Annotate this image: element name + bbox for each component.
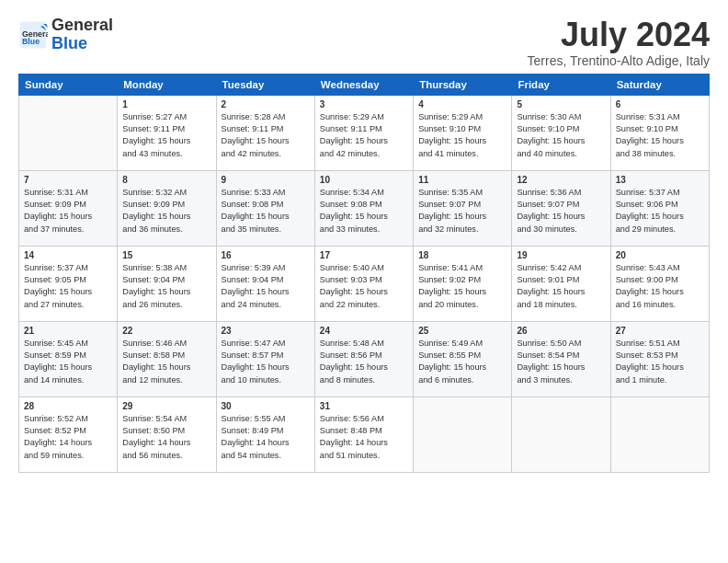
day-number: 21 <box>24 326 112 336</box>
cal-cell: 27Sunrise: 5:51 AM Sunset: 8:53 PM Dayli… <box>610 321 709 396</box>
day-info: Sunrise: 5:29 AM Sunset: 9:10 PM Dayligh… <box>418 111 506 160</box>
day-info: Sunrise: 5:48 AM Sunset: 8:56 PM Dayligh… <box>320 338 408 386</box>
month-title: July 2024 <box>528 17 710 53</box>
day-number: 14 <box>24 250 112 260</box>
day-number: 4 <box>418 99 506 109</box>
day-info: Sunrise: 5:31 AM Sunset: 9:10 PM Dayligh… <box>616 111 704 160</box>
header: General Blue General Blue July 2024 Terr… <box>18 17 710 68</box>
cal-cell: 15Sunrise: 5:38 AM Sunset: 9:04 PM Dayli… <box>118 246 216 321</box>
day-number: 15 <box>122 250 210 260</box>
cal-cell: 1Sunrise: 5:27 AM Sunset: 9:11 PM Daylig… <box>118 95 216 170</box>
cal-cell: 26Sunrise: 5:50 AM Sunset: 8:54 PM Dayli… <box>512 321 610 396</box>
day-info: Sunrise: 5:37 AM Sunset: 9:06 PM Dayligh… <box>616 187 704 236</box>
day-info: Sunrise: 5:33 AM Sunset: 9:08 PM Dayligh… <box>222 187 310 236</box>
day-info: Sunrise: 5:37 AM Sunset: 9:05 PM Dayligh… <box>24 262 112 311</box>
day-header-saturday: Saturday <box>610 74 709 95</box>
day-info: Sunrise: 5:30 AM Sunset: 9:10 PM Dayligh… <box>517 111 605 160</box>
day-header-tuesday: Tuesday <box>216 74 314 95</box>
day-header-friday: Friday <box>512 74 610 95</box>
cal-cell: 19Sunrise: 5:42 AM Sunset: 9:01 PM Dayli… <box>512 246 610 321</box>
day-number: 8 <box>122 175 210 185</box>
day-number: 19 <box>517 250 605 260</box>
cal-cell: 31Sunrise: 5:56 AM Sunset: 8:48 PM Dayli… <box>314 396 413 472</box>
cal-cell: 2Sunrise: 5:28 AM Sunset: 9:11 PM Daylig… <box>216 95 314 170</box>
day-number: 18 <box>418 250 506 260</box>
day-info: Sunrise: 5:39 AM Sunset: 9:04 PM Dayligh… <box>222 262 310 311</box>
cal-cell: 18Sunrise: 5:41 AM Sunset: 9:02 PM Dayli… <box>414 246 512 321</box>
day-number: 28 <box>24 401 112 411</box>
day-info: Sunrise: 5:28 AM Sunset: 9:11 PM Dayligh… <box>222 111 310 160</box>
calendar-table: SundayMondayTuesdayWednesdayThursdayFrid… <box>18 74 710 473</box>
day-info: Sunrise: 5:40 AM Sunset: 9:03 PM Dayligh… <box>320 262 408 311</box>
day-info: Sunrise: 5:56 AM Sunset: 8:48 PM Dayligh… <box>320 413 408 462</box>
days-header-row: SundayMondayTuesdayWednesdayThursdayFrid… <box>19 74 710 95</box>
cal-cell: 9Sunrise: 5:33 AM Sunset: 9:08 PM Daylig… <box>216 170 314 246</box>
cal-cell: 5Sunrise: 5:30 AM Sunset: 9:10 PM Daylig… <box>512 95 610 170</box>
cal-cell: 21Sunrise: 5:45 AM Sunset: 8:59 PM Dayli… <box>19 321 118 396</box>
day-info: Sunrise: 5:46 AM Sunset: 8:58 PM Dayligh… <box>122 338 210 386</box>
day-number: 9 <box>222 175 310 185</box>
cal-cell: 11Sunrise: 5:35 AM Sunset: 9:07 PM Dayli… <box>414 170 512 246</box>
day-number: 22 <box>122 326 210 336</box>
day-info: Sunrise: 5:49 AM Sunset: 8:55 PM Dayligh… <box>418 338 506 386</box>
week-row-1: 1Sunrise: 5:27 AM Sunset: 9:11 PM Daylig… <box>19 95 710 170</box>
day-info: Sunrise: 5:42 AM Sunset: 9:01 PM Dayligh… <box>517 262 605 311</box>
day-info: Sunrise: 5:29 AM Sunset: 9:11 PM Dayligh… <box>320 111 408 160</box>
day-header-thursday: Thursday <box>414 74 512 95</box>
day-info: Sunrise: 5:36 AM Sunset: 9:07 PM Dayligh… <box>517 187 605 236</box>
cal-cell: 30Sunrise: 5:55 AM Sunset: 8:49 PM Dayli… <box>216 396 314 472</box>
cal-cell: 13Sunrise: 5:37 AM Sunset: 9:06 PM Dayli… <box>610 170 709 246</box>
cal-cell <box>512 396 610 472</box>
cal-cell: 24Sunrise: 5:48 AM Sunset: 8:56 PM Dayli… <box>314 321 413 396</box>
day-number: 20 <box>616 250 704 260</box>
day-number: 17 <box>320 250 408 260</box>
day-info: Sunrise: 5:35 AM Sunset: 9:07 PM Dayligh… <box>418 187 506 236</box>
day-number: 5 <box>517 99 605 109</box>
day-header-sunday: Sunday <box>19 74 118 95</box>
day-number: 26 <box>517 326 605 336</box>
day-number: 12 <box>517 175 605 185</box>
cal-cell: 16Sunrise: 5:39 AM Sunset: 9:04 PM Dayli… <box>216 246 314 321</box>
day-info: Sunrise: 5:27 AM Sunset: 9:11 PM Dayligh… <box>122 111 210 160</box>
location-subtitle: Terres, Trentino-Alto Adige, Italy <box>528 53 710 68</box>
day-info: Sunrise: 5:50 AM Sunset: 8:54 PM Dayligh… <box>517 338 605 386</box>
cal-cell: 23Sunrise: 5:47 AM Sunset: 8:57 PM Dayli… <box>216 321 314 396</box>
logo-text: General Blue <box>51 17 113 53</box>
day-number: 31 <box>320 401 408 411</box>
cal-cell: 25Sunrise: 5:49 AM Sunset: 8:55 PM Dayli… <box>414 321 512 396</box>
cal-cell: 14Sunrise: 5:37 AM Sunset: 9:05 PM Dayli… <box>19 246 118 321</box>
logo: General Blue General Blue <box>18 17 113 53</box>
cal-cell <box>414 396 512 472</box>
day-number: 1 <box>122 99 210 109</box>
day-info: Sunrise: 5:47 AM Sunset: 8:57 PM Dayligh… <box>222 338 310 386</box>
calendar-page: General Blue General Blue July 2024 Terr… <box>0 0 728 563</box>
week-row-3: 14Sunrise: 5:37 AM Sunset: 9:05 PM Dayli… <box>19 246 710 321</box>
week-row-5: 28Sunrise: 5:52 AM Sunset: 8:52 PM Dayli… <box>19 396 710 472</box>
cal-cell: 8Sunrise: 5:32 AM Sunset: 9:09 PM Daylig… <box>118 170 216 246</box>
cal-cell: 29Sunrise: 5:54 AM Sunset: 8:50 PM Dayli… <box>118 396 216 472</box>
cal-cell: 3Sunrise: 5:29 AM Sunset: 9:11 PM Daylig… <box>314 95 413 170</box>
day-number: 7 <box>24 175 112 185</box>
day-info: Sunrise: 5:52 AM Sunset: 8:52 PM Dayligh… <box>24 413 112 462</box>
cal-cell: 4Sunrise: 5:29 AM Sunset: 9:10 PM Daylig… <box>414 95 512 170</box>
day-number: 23 <box>222 326 310 336</box>
cal-cell <box>19 95 118 170</box>
day-info: Sunrise: 5:32 AM Sunset: 9:09 PM Dayligh… <box>122 187 210 236</box>
day-info: Sunrise: 5:41 AM Sunset: 9:02 PM Dayligh… <box>418 262 506 311</box>
day-info: Sunrise: 5:38 AM Sunset: 9:04 PM Dayligh… <box>122 262 210 311</box>
day-header-wednesday: Wednesday <box>314 74 413 95</box>
week-row-4: 21Sunrise: 5:45 AM Sunset: 8:59 PM Dayli… <box>19 321 710 396</box>
day-header-monday: Monday <box>118 74 216 95</box>
day-number: 29 <box>122 401 210 411</box>
day-number: 30 <box>222 401 310 411</box>
day-number: 25 <box>418 326 506 336</box>
day-number: 24 <box>320 326 408 336</box>
cal-cell: 10Sunrise: 5:34 AM Sunset: 9:08 PM Dayli… <box>314 170 413 246</box>
day-info: Sunrise: 5:51 AM Sunset: 8:53 PM Dayligh… <box>616 338 704 386</box>
cal-cell: 12Sunrise: 5:36 AM Sunset: 9:07 PM Dayli… <box>512 170 610 246</box>
logo-icon: General Blue <box>18 20 48 50</box>
svg-text:Blue: Blue <box>22 37 40 46</box>
day-info: Sunrise: 5:34 AM Sunset: 9:08 PM Dayligh… <box>320 187 408 236</box>
cal-cell: 6Sunrise: 5:31 AM Sunset: 9:10 PM Daylig… <box>610 95 709 170</box>
day-number: 6 <box>616 99 704 109</box>
